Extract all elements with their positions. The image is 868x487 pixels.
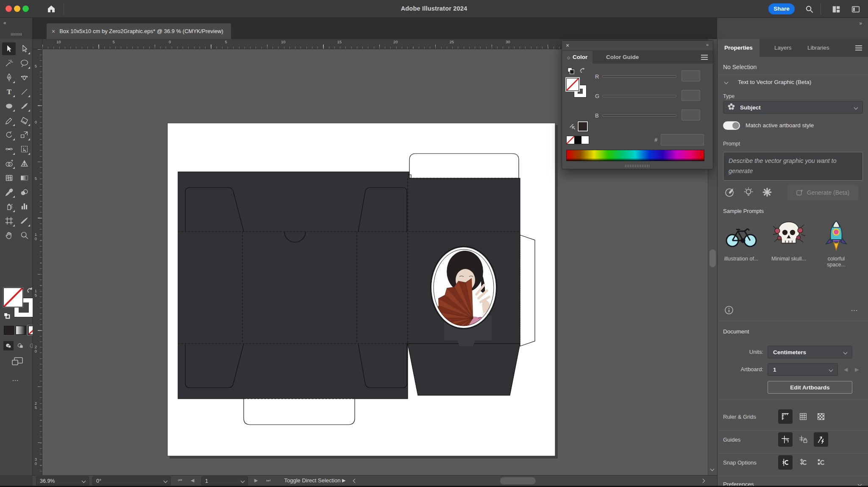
share-button[interactable]: Share	[768, 3, 795, 14]
show-rulers-button[interactable]	[778, 409, 793, 424]
screen-mode-icon[interactable]	[11, 356, 24, 368]
slice-tool[interactable]	[17, 215, 31, 227]
panel-cycle-icon[interactable]: ◇	[567, 56, 570, 60]
collapse-panel-icon[interactable]: «	[706, 42, 709, 47]
eraser-tool[interactable]	[17, 114, 31, 127]
draw-behind-button[interactable]	[15, 341, 25, 350]
smart-guides-button[interactable]	[814, 432, 828, 447]
color-panel-header[interactable]: × «	[562, 41, 713, 51]
sample-prompt-rocket[interactable]: colorful space...	[818, 219, 854, 268]
black-swatch[interactable]	[574, 136, 581, 144]
pencil-tool[interactable]	[2, 114, 16, 127]
default-fill-stroke-icon[interactable]	[3, 312, 10, 320]
snap-to-point-button[interactable]	[778, 455, 793, 470]
tab-properties[interactable]: Properties	[718, 39, 760, 57]
ruler-origin-corner[interactable]	[33, 39, 42, 49]
edit-toolbar-icon[interactable]: …	[12, 375, 19, 383]
gradient-tool[interactable]	[17, 171, 31, 184]
search-icon[interactable]	[804, 4, 814, 15]
zoom-level-field[interactable]: 36.9%	[36, 476, 89, 485]
fill-swatch[interactable]	[3, 288, 23, 307]
collapse-toolbar-icon[interactable]: «	[3, 20, 6, 26]
first-artboard-icon[interactable]: ⏮	[178, 478, 182, 483]
tab-color-guide[interactable]: Color Guide	[601, 51, 644, 64]
none-swatch[interactable]	[567, 136, 574, 144]
previous-artboard-icon[interactable]: ◀	[191, 478, 194, 483]
tab-layers[interactable]: Layers	[768, 39, 798, 57]
vertical-scrollbar-thumb[interactable]	[709, 249, 716, 267]
r-value-field[interactable]	[682, 70, 700, 81]
scroll-right-icon[interactable]	[701, 479, 705, 483]
expand-dock-icon[interactable]: »	[859, 20, 862, 26]
horizontal-scrollbar-thumb[interactable]	[500, 477, 536, 484]
generate-button[interactable]: Generate (Beta)	[787, 185, 858, 200]
document-tab[interactable]: × Box 10x5x10 cm by Zero2Graphic.eps* @ …	[47, 23, 231, 39]
fill-proxy-swatch[interactable]	[566, 78, 579, 91]
shape-builder-tool[interactable]	[2, 157, 16, 170]
eyedropper-tool[interactable]	[2, 186, 16, 199]
sample-prompt-bicycle[interactable]: illustration of...	[723, 219, 760, 262]
mesh-tool[interactable]	[2, 171, 16, 184]
show-grid-button[interactable]	[796, 409, 810, 424]
lasso-tool[interactable]	[17, 57, 31, 70]
show-guides-button[interactable]	[778, 432, 793, 447]
type-tool[interactable]: T	[2, 85, 16, 98]
rotate-tool[interactable]	[2, 129, 16, 141]
suggestions-lightbulb-icon[interactable]	[743, 187, 754, 198]
status-menu-icon[interactable]: ▶	[342, 478, 345, 483]
workspace-layout-icon[interactable]	[832, 5, 841, 15]
close-tab-icon[interactable]: ×	[52, 28, 55, 35]
artboard-tool[interactable]	[2, 215, 16, 227]
vertical-ruler[interactable]: 5051015202530	[33, 49, 42, 475]
close-panel-icon[interactable]: ×	[566, 42, 569, 49]
white-swatch[interactable]	[581, 136, 589, 144]
paintbrush-tool[interactable]	[17, 100, 31, 112]
direct-selection-tool[interactable]	[17, 42, 31, 55]
next-artboard-icon[interactable]: ▶	[855, 367, 859, 372]
hand-tool[interactable]	[2, 229, 16, 241]
dock-menu-icon[interactable]	[855, 45, 862, 50]
panel-menu-icon[interactable]	[701, 55, 708, 60]
scale-tool[interactable]	[17, 129, 31, 141]
transparency-grid-button[interactable]	[814, 409, 828, 424]
b-slider[interactable]	[602, 115, 676, 117]
color-mode-button[interactable]	[4, 326, 14, 335]
pen-tool[interactable]	[2, 71, 16, 84]
type-dropdown[interactable]: Subject	[723, 101, 863, 114]
scroll-down-icon[interactable]	[710, 467, 715, 471]
column-graph-tool[interactable]	[17, 200, 31, 213]
prev-artboard-icon[interactable]: ◀	[844, 367, 848, 372]
zoom-tool[interactable]	[17, 229, 31, 241]
symbol-sprayer-tool[interactable]	[2, 200, 16, 213]
info-icon[interactable]	[724, 305, 734, 316]
style-picker-icon[interactable]	[724, 187, 735, 198]
apply-color-icon[interactable]	[570, 124, 577, 133]
g-slider[interactable]	[602, 95, 676, 97]
blend-tool[interactable]	[17, 186, 31, 199]
units-dropdown[interactable]: Centimeters	[768, 346, 852, 358]
r-slider[interactable]	[602, 76, 676, 78]
snap-to-grid-button[interactable]	[796, 455, 810, 470]
tab-libraries[interactable]: Libraries	[801, 39, 836, 57]
section-collapse-icon[interactable]	[724, 80, 729, 84]
toolbar-grip[interactable]	[11, 33, 22, 36]
width-tool[interactable]	[2, 143, 16, 156]
gradient-mode-button[interactable]	[16, 326, 26, 335]
g-value-field[interactable]	[682, 90, 700, 101]
lock-guides-button[interactable]	[796, 432, 810, 447]
tab-color[interactable]: ◇Color	[562, 51, 593, 64]
b-value-field[interactable]	[682, 109, 700, 120]
more-options-icon[interactable]: …	[851, 305, 859, 313]
sample-prompt-skull[interactable]: Minimal skull...	[771, 219, 807, 262]
match-artboard-toggle[interactable]	[723, 121, 740, 130]
hex-input[interactable]	[661, 134, 704, 146]
panel-toggle-icon[interactable]	[851, 5, 860, 15]
color-spectrum-bar[interactable]	[566, 150, 704, 161]
artboard-dropdown[interactable]: 1	[768, 363, 838, 376]
magic-wand-tool[interactable]	[2, 57, 16, 70]
perspective-grid-tool[interactable]	[17, 157, 31, 170]
none-black-white-swatches[interactable]	[566, 136, 589, 144]
swap-colors-icon[interactable]	[579, 67, 587, 76]
selection-tool[interactable]	[2, 42, 16, 55]
rotation-field[interactable]: 0°	[92, 476, 171, 485]
